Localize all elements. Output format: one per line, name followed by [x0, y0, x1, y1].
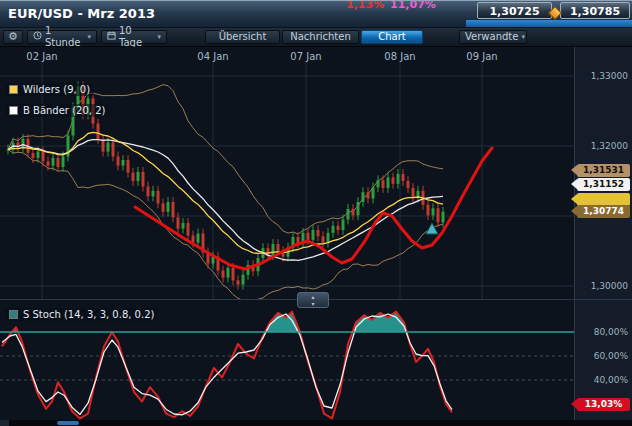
date-label: 09 Jan — [466, 51, 497, 62]
date-label: 08 Jan — [384, 51, 415, 62]
collapse-up-icon: ▴ — [298, 293, 328, 300]
price-badge: 1,31152 — [577, 178, 630, 191]
price-axis: 1,330001,320001,300001,315311,311521,307… — [574, 47, 632, 299]
scrollbar-thumb[interactable] — [57, 421, 79, 425]
legend-wilders[interactable]: Wilders (9, 0) — [5, 83, 94, 96]
calendar-icon — [107, 31, 116, 43]
legend-label: Wilders (9, 0) — [23, 84, 90, 95]
range-label: 10 Tage — [119, 25, 154, 49]
axis-label: 60,00% — [594, 351, 628, 361]
indicator-legend: Wilders (9, 0) B Bänder (20, 2) — [5, 83, 109, 125]
chevron-down-icon: ▾ — [521, 31, 525, 43]
axis-label: 1,32000 — [591, 141, 628, 151]
collapse-down-icon: ▾ — [298, 300, 328, 307]
tab-label: Chart — [378, 31, 405, 43]
tab-chart[interactable]: Chart — [361, 30, 423, 44]
chart-toolbar: ⚙ 1 Stunde ▾ 10 Tage ▾ Übersicht Nachric… — [0, 28, 632, 47]
date-label: 02 Jan — [26, 51, 57, 62]
trading-platform-window: EUR/USD - Mrz 2013 1,13% 11,07% 1,30725 … — [0, 0, 632, 426]
tab-label: Nachrichten — [290, 31, 351, 43]
panel-collapse-handle[interactable]: ▴ ▾ — [297, 292, 329, 308]
axis-label: 40,00% — [594, 375, 628, 385]
axis-label: 1,33000 — [591, 71, 628, 81]
sell-price-button[interactable]: 1,30725 — [477, 2, 552, 19]
header: EUR/USD - Mrz 2013 1,13% 11,07% 1,30725 … — [0, 0, 632, 28]
legend-label: B Bänder (20, 2) — [23, 105, 105, 116]
related-label: Verwandte — [465, 31, 518, 43]
date-label: 04 Jan — [197, 51, 228, 62]
chevron-down-icon: ▾ — [87, 31, 91, 43]
clock-icon — [33, 31, 42, 43]
wilders-swatch-icon — [9, 85, 18, 94]
change-percent-pink: 11,07% — [390, 0, 436, 11]
related-dropdown[interactable]: Verwandte ▾ — [459, 30, 527, 44]
stochastic-legend[interactable]: S Stoch (14, 3, 3, 0.8, 0.2) — [5, 308, 158, 321]
price-badge: 1,31531 — [577, 164, 630, 177]
stochastic-label: S Stoch (14, 3, 3, 0.8, 0.2) — [23, 309, 154, 320]
tab-uebersicht[interactable]: Übersicht — [205, 30, 280, 44]
bollinger-swatch-icon — [9, 106, 18, 115]
percent-axis: 80,00%60,00%40,00%13,03% — [574, 300, 632, 420]
gear-icon: ⚙ — [8, 31, 18, 43]
change-percent-red: 1,13% — [346, 0, 384, 11]
stochastic-panel: S Stoch (14, 3, 3, 0.8, 0.2) 80,00%60,00… — [0, 299, 632, 420]
sell-price-value: 1,30725 — [489, 5, 539, 18]
price-badge: 13,03% — [577, 398, 630, 411]
interval-label: 1 Stunde — [45, 25, 84, 49]
horizontal-scrollbar[interactable] — [0, 420, 632, 426]
axis-label: 1,30000 — [591, 281, 628, 291]
main-chart-panel: 02 Jan04 Jan07 Jan08 Jan09 Jan Wilders (… — [0, 47, 632, 299]
chevron-down-icon: ▾ — [157, 31, 161, 43]
date-label: 07 Jan — [290, 51, 321, 62]
tab-nachrichten[interactable]: Nachrichten — [282, 30, 359, 44]
scroll-left-button[interactable] — [0, 420, 9, 426]
interval-dropdown[interactable]: 1 Stunde ▾ — [27, 30, 97, 44]
stochastic-swatch-icon — [9, 310, 18, 319]
tab-label: Übersicht — [219, 31, 267, 43]
price-badge: 1,30774 — [577, 205, 630, 218]
legend-bbaender[interactable]: B Bänder (20, 2) — [5, 104, 109, 117]
instrument-title: EUR/USD - Mrz 2013 — [8, 6, 155, 21]
buy-price-value: 1,30785 — [570, 5, 620, 18]
axis-label: 80,00% — [594, 327, 628, 337]
range-dropdown[interactable]: 10 Tage ▾ — [101, 30, 167, 44]
price-panel-strip — [466, 20, 632, 28]
settings-button[interactable]: ⚙ — [3, 30, 23, 44]
buy-price-button[interactable]: 1,30785 — [560, 2, 630, 19]
